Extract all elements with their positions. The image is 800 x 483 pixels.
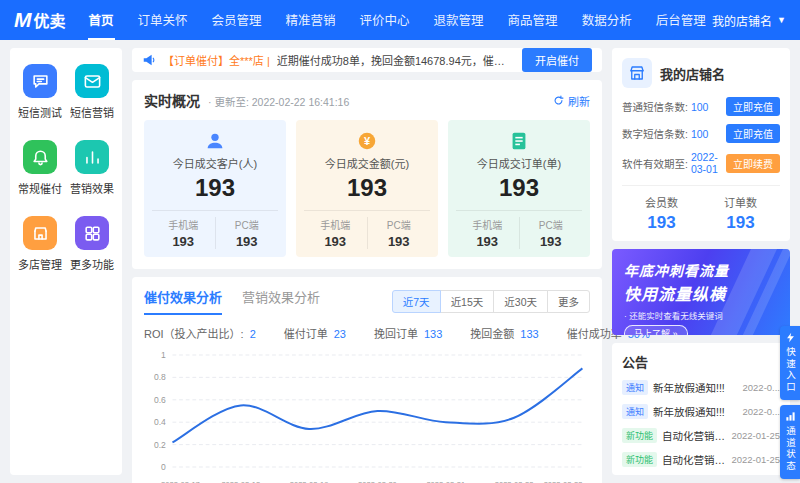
- range-more-button[interactable]: 更多: [547, 290, 590, 313]
- range-15d-button[interactable]: 近15天: [440, 290, 495, 313]
- nav-item-refunds[interactable]: 退款管理: [433, 0, 485, 40]
- start-reminder-button[interactable]: 开启催付: [522, 48, 592, 72]
- stat-breakdown: 手机端 193 PC端 193: [304, 210, 430, 249]
- svg-text:0.6: 0.6: [154, 395, 166, 405]
- mobile-value: 193: [152, 234, 215, 249]
- pc-stat: PC端 193: [520, 217, 583, 249]
- chart-bars-icon: [75, 140, 109, 174]
- quick-entry-tab[interactable]: 快速入口: [780, 326, 800, 400]
- recharge-button[interactable]: 立即充值: [726, 97, 780, 116]
- refresh-label: 刷新: [568, 93, 590, 109]
- notice-date: 2022-01-25: [731, 430, 780, 441]
- sidebar-item-label: 常规催付: [18, 180, 62, 196]
- banner-headline-2: 快用流量纵横: [624, 281, 778, 305]
- shop-stats: 会员数 193 订单数 193: [622, 185, 780, 233]
- nav-item-home[interactable]: 首页: [88, 0, 115, 40]
- mobile-stat: 手机端 193: [152, 217, 216, 249]
- svg-text:¥: ¥: [364, 135, 371, 147]
- tab-marketing-analysis[interactable]: 营销效果分析: [242, 287, 320, 315]
- analysis-header: 催付效果分析 营销效果分析 近7天 近15天 近30天 更多: [144, 287, 590, 315]
- stat-value: 193: [701, 213, 780, 233]
- person-icon: [152, 130, 278, 152]
- promo-banner[interactable]: 年底冲刺看流量 快用流量纵横 · 还能实时查看无线关键词 马上了解 »: [612, 249, 790, 335]
- storefront-icon: [622, 58, 652, 88]
- pc-stat: PC端 193: [368, 217, 431, 249]
- mobile-value: 193: [456, 234, 519, 249]
- nav-item-products[interactable]: 商品管理: [507, 0, 559, 40]
- notice-item[interactable]: 通知 新年放假通知!!! 2022-0...: [622, 380, 780, 395]
- sidebar-item-multi-store[interactable]: 多店管理: [16, 216, 64, 272]
- sidebar-item-sms-marketing[interactable]: 短信营销: [68, 64, 116, 120]
- notice-badge: 通知: [622, 380, 648, 395]
- stat-label: 今日成交订单(单): [456, 155, 582, 171]
- notice-item[interactable]: 新功能 自动化营销功能上线 2022-01-25: [622, 428, 780, 443]
- member-count: 会员数 193: [622, 194, 701, 233]
- chevron-down-icon: ▼: [777, 15, 786, 25]
- sms-test-icon: [23, 64, 57, 98]
- notice-text: 新年放假通知!!!: [653, 404, 737, 419]
- nav-item-members[interactable]: 会员管理: [211, 0, 263, 40]
- channel-status-tab[interactable]: 通道状态: [780, 405, 800, 479]
- stat-breakdown: 手机端 193 PC端 193: [456, 210, 582, 249]
- shop-card-header: 我的店铺名: [622, 58, 780, 88]
- metric-roi: ROI（投入产出比）:2: [144, 325, 256, 341]
- logo-text: 优卖: [34, 8, 66, 32]
- mobile-label: 手机端: [456, 217, 519, 232]
- pc-label: PC端: [368, 217, 431, 232]
- stat-label: 订单数: [701, 194, 780, 210]
- svg-text:0: 0: [161, 462, 166, 472]
- banner-cta-button[interactable]: 马上了解 »: [624, 325, 688, 335]
- announcement-text: 近期催付成功8单，挽回金额14678.94元，催付成功率1.00%: [277, 52, 515, 68]
- float-tab-label: 快速入口: [783, 347, 797, 393]
- metric-reminded-orders: 催付订单23: [284, 325, 346, 341]
- megaphone-icon: [142, 53, 156, 67]
- nav-item-marketing[interactable]: 精准营销: [285, 0, 337, 40]
- my-shop-card: 我的店铺名 普通短信条数: 100 立即充值 数字短信条数: 100 立即充值 …: [612, 48, 790, 241]
- refresh-button[interactable]: 刷新: [553, 93, 590, 109]
- metric-recovered-orders: 挽回订单133: [374, 325, 442, 341]
- notice-item[interactable]: 通知 新年放假通知!!! 2022-0...: [622, 404, 780, 419]
- sidebar-item-more-features[interactable]: 更多功能: [68, 216, 116, 272]
- pc-label: PC端: [520, 217, 583, 232]
- stat-label: 会员数: [622, 194, 701, 210]
- shop-selector[interactable]: 我的店铺名 ▼: [712, 12, 786, 29]
- notice-text: 自动化营销功能上线: [662, 428, 726, 443]
- shop-icon: [23, 216, 57, 250]
- top-navigation: M 优卖 首页 订单关怀 会员管理 精准营销 评价中心 退款管理 商品管理 数据…: [0, 0, 800, 40]
- row-value: 100: [691, 128, 723, 140]
- nav-item-order-care[interactable]: 订单关怀: [137, 0, 189, 40]
- sidebar-item-label: 短信营销: [70, 104, 114, 120]
- stat-card-revenue: ¥ 今日成交金额(元) 193 手机端 193 PC端 193: [296, 120, 438, 257]
- notice-item[interactable]: 新功能 自动化营销功能上线 2022-01-25: [622, 452, 780, 467]
- range-30d-button[interactable]: 近30天: [493, 290, 548, 313]
- mobile-label: 手机端: [304, 217, 367, 232]
- renew-button[interactable]: 立即续费: [726, 154, 780, 173]
- banner-headline-1: 年底冲刺看流量: [624, 260, 778, 280]
- sidebar-item-payment-reminder[interactable]: 常规催付: [16, 140, 64, 196]
- sms-marketing-icon: [75, 64, 109, 98]
- sidebar-item-sms-test[interactable]: 短信测试: [16, 64, 64, 120]
- notice-text: 新年放假通知!!!: [653, 380, 737, 395]
- tab-reminder-analysis[interactable]: 催付效果分析: [144, 287, 222, 315]
- chart-area: 00.20.40.60.812022-02-172022-02-182022-0…: [144, 343, 590, 483]
- refresh-icon: [553, 95, 564, 106]
- recharge-button[interactable]: 立即充值: [726, 124, 780, 143]
- stat-card-customers: 今日成交客户(人) 193 手机端 193 PC端 193: [144, 120, 286, 257]
- sidebar-item-marketing-effect[interactable]: 营销效果: [68, 140, 116, 196]
- nav-item-reviews[interactable]: 评价中心: [359, 0, 411, 40]
- software-expiry-row: 软件有效期至: 2022-03-01 立即续费: [622, 151, 780, 175]
- stat-card-orders: 今日成交订单(单) 193 手机端 193 PC端 193: [448, 120, 590, 257]
- svg-text:1: 1: [161, 350, 166, 360]
- mobile-stat: 手机端 193: [456, 217, 520, 249]
- nav-item-analytics[interactable]: 数据分析: [581, 0, 633, 40]
- yen-coin-icon: ¥: [304, 130, 430, 152]
- range-7d-button[interactable]: 近7天: [392, 290, 441, 313]
- row-label: 数字短信条数:: [622, 126, 688, 141]
- row-value: 2022-03-01: [691, 151, 723, 175]
- notice-badge: 新功能: [622, 428, 657, 443]
- sidebar-item-label: 更多功能: [70, 256, 114, 272]
- bell-icon: [23, 140, 57, 174]
- nav-item-admin[interactable]: 后台管理: [655, 0, 707, 40]
- app-logo[interactable]: M 优卖: [14, 8, 66, 32]
- lightning-icon: [785, 332, 796, 343]
